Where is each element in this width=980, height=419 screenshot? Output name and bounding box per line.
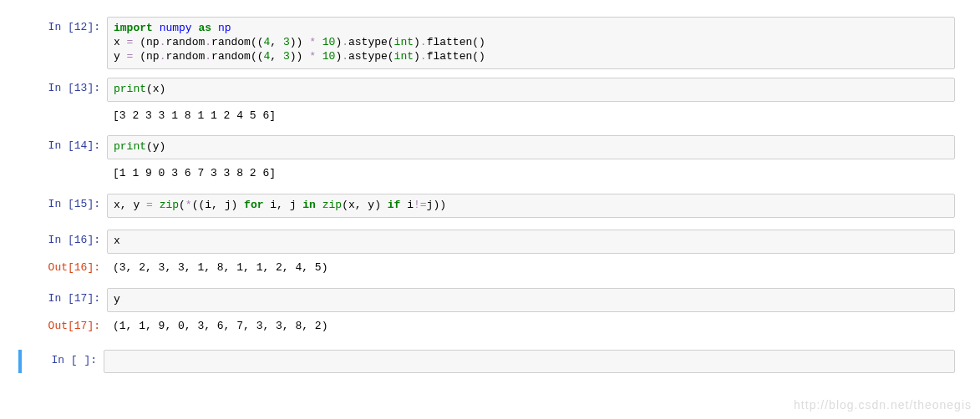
output-cell-13: [3 2 3 3 1 8 1 1 2 4 5 6] (25, 105, 955, 128)
input-prompt: In [17]: (25, 288, 107, 310)
input-prompt: In [ ]: (25, 350, 104, 373)
code-input[interactable]: print(x) (107, 78, 955, 102)
execute-result: (3, 2, 3, 3, 1, 8, 1, 1, 2, 4, 5) (107, 257, 955, 280)
code-cell-13: In [13]: print(x) (25, 78, 955, 102)
code-input[interactable] (104, 350, 955, 373)
execute-result: (1, 1, 9, 0, 3, 6, 7, 3, 3, 8, 2) (107, 316, 955, 338)
code-cell-17: In [17]: y (25, 288, 955, 312)
code-cell-empty-selected[interactable]: In [ ]: (25, 350, 955, 373)
stdout-output: [3 2 3 3 1 8 1 1 2 4 5 6] (107, 105, 955, 128)
input-prompt: In [15]: (25, 194, 107, 216)
code-input[interactable]: x (107, 230, 955, 254)
code-input[interactable]: import numpy as np x = (np.random.random… (107, 17, 955, 69)
output-prompt-blank (25, 105, 107, 114)
code-cell-14: In [14]: print(y) (25, 135, 955, 159)
output-prompt: Out[17]: (25, 316, 107, 338)
output-prompt-blank (25, 163, 107, 171)
code-input[interactable]: x, y = zip(*((i, j) for i, j in zip(x, y… (107, 194, 955, 218)
input-prompt: In [13]: (25, 78, 107, 100)
output-cell-16: Out[16]: (3, 2, 3, 3, 1, 8, 1, 1, 2, 4, … (25, 257, 955, 280)
stdout-output: [1 1 9 0 3 6 7 3 3 8 2 6] (107, 163, 955, 185)
code-cell-16: In [16]: x (25, 230, 955, 254)
input-prompt: In [16]: (25, 230, 107, 252)
code-input[interactable]: y (107, 288, 955, 312)
output-cell-17: Out[17]: (1, 1, 9, 0, 3, 6, 7, 3, 3, 8, … (25, 316, 955, 338)
input-prompt: In [12]: (25, 17, 107, 39)
code-input[interactable]: print(y) (107, 135, 955, 159)
output-prompt: Out[16]: (25, 257, 107, 280)
code-cell-15: In [15]: x, y = zip(*((i, j) for i, j in… (25, 194, 955, 218)
code-cell-12: In [12]: import numpy as np x = (np.rand… (25, 17, 955, 69)
input-prompt: In [14]: (25, 135, 107, 158)
output-cell-14: [1 1 9 0 3 6 7 3 3 8 2 6] (25, 163, 955, 185)
